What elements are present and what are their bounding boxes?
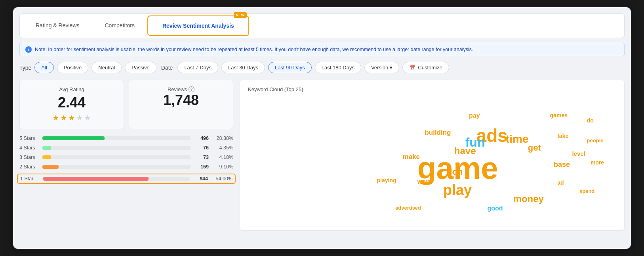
tabs-container: Rating & Reviews Competitors NEW Review … (19, 13, 625, 38)
reviews-value: 1,748 (163, 92, 199, 108)
bar-bg-1 (43, 177, 190, 181)
reviews-label-row: Reviews ? (168, 86, 194, 92)
rating-row-5: 5 Stars 496 28.38% (19, 136, 233, 141)
bar-fill-4 (42, 146, 51, 150)
filter-positive[interactable]: Positive (57, 62, 89, 73)
rating-bars: 5 Stars 496 28.38% 4 Stars 76 4.35% (19, 136, 233, 184)
rating-label-3: 3 Stars (19, 155, 38, 160)
word-pay[interactable]: pay (469, 112, 480, 119)
help-icon[interactable]: ? (189, 86, 194, 92)
avg-rating-label: Avg Rating (59, 86, 84, 92)
word-good[interactable]: good (488, 205, 503, 212)
main-container: Rating & Reviews Competitors NEW Review … (13, 7, 631, 249)
tab-active-wrapper: NEW Review Sentiment Analysis (147, 15, 249, 36)
filter-customize[interactable]: 📅 Customize (402, 62, 449, 73)
word-do[interactable]: do (587, 117, 594, 124)
filter-row: Type All Positive Neutral Passive Date L… (19, 62, 625, 73)
bar-bg-4 (42, 146, 191, 150)
word-playing[interactable]: playing (377, 177, 396, 183)
main-content: Avg Rating 2.44 ★ ★ ★ ★ ★ Reviews ? (19, 80, 625, 231)
word-fake[interactable]: fake (557, 133, 568, 139)
word-have[interactable]: have (454, 145, 476, 157)
word-games[interactable]: games (550, 112, 568, 118)
star-5: ★ (84, 113, 91, 122)
reviews-label: Reviews (168, 86, 187, 92)
info-bar: i Note: In order for sentiment analysis … (19, 43, 625, 56)
word-spend[interactable]: spend (579, 188, 594, 194)
bar-fill-5 (42, 136, 105, 140)
chevron-down-icon: ▾ (390, 65, 392, 71)
star-1: ★ (52, 113, 59, 122)
word-more[interactable]: more (591, 159, 604, 166)
bar-pct-2: 9.10% (213, 164, 233, 170)
word-level[interactable]: level (572, 150, 585, 157)
bar-count-1: 944 (194, 176, 208, 181)
date-label: Date (161, 65, 173, 71)
word-base[interactable]: base (554, 160, 570, 169)
tab-rating-reviews[interactable]: Rating & Reviews (23, 17, 92, 35)
rating-row-1: 1 Star 944 54.00% (17, 174, 236, 184)
bar-fill-1 (43, 177, 149, 181)
word-building[interactable]: building (425, 129, 451, 137)
bar-pct-1: 54.00% (212, 176, 232, 181)
filter-passive[interactable]: Passive (125, 62, 156, 73)
rating-row-4: 4 Stars 76 4.35% (19, 145, 233, 151)
word-ad[interactable]: ad (557, 180, 564, 186)
info-text: Note: In order for sentiment analysis is… (35, 47, 473, 52)
keyword-cloud-title: Keyword Cloud (Top 25) (248, 86, 616, 92)
word-money[interactable]: money (513, 193, 544, 204)
word-want[interactable]: want (417, 178, 432, 185)
filter-neutral[interactable]: Neutral (91, 62, 122, 73)
bar-pct-3: 4.18% (213, 155, 233, 160)
filter-version[interactable]: Version ▾ (364, 62, 399, 73)
type-label: Type (19, 65, 31, 71)
word-get[interactable]: get (528, 143, 541, 153)
bar-count-3: 73 (194, 155, 209, 160)
bar-count-2: 159 (194, 164, 209, 170)
avg-rating-value: 2.44 (58, 95, 86, 111)
filter-last90[interactable]: Last 90 Days (268, 62, 312, 73)
bar-pct-5: 28.38% (213, 136, 233, 141)
left-panel: Avg Rating 2.44 ★ ★ ★ ★ ★ Reviews ? (19, 80, 233, 231)
bar-count-4: 76 (194, 145, 209, 151)
reviews-card: Reviews ? 1,748 (129, 80, 233, 129)
star-3: ★ (68, 113, 75, 122)
star-2: ★ (60, 113, 67, 122)
avg-rating-card: Avg Rating 2.44 ★ ★ ★ ★ ★ (19, 80, 124, 129)
bar-count-5: 496 (194, 136, 209, 141)
word-play[interactable]: play (443, 182, 472, 199)
calendar-icon: 📅 (409, 65, 415, 71)
filter-all[interactable]: All (34, 62, 53, 73)
rating-row-3: 3 Stars 73 4.18% (19, 155, 233, 160)
bar-pct-4: 4.35% (213, 145, 233, 151)
stats-cards: Avg Rating 2.44 ★ ★ ★ ★ ★ Reviews ? (19, 80, 233, 129)
word-time[interactable]: time (506, 133, 529, 145)
word-cloud: game ads play fun time money have don ge… (248, 97, 616, 224)
bar-bg-2 (42, 165, 191, 169)
filter-last180[interactable]: Last 180 Days (315, 62, 361, 73)
bar-fill-2 (42, 165, 59, 169)
filter-last30[interactable]: Last 30 Days (221, 62, 265, 73)
rating-label-1: 1 Star (20, 176, 39, 181)
rating-label-5: 5 Stars (19, 136, 38, 141)
bar-fill-3 (42, 155, 51, 159)
new-badge: NEW (234, 12, 247, 18)
word-advertised[interactable]: advertised (395, 205, 421, 211)
star-4: ★ (76, 113, 83, 122)
tab-review-sentiment[interactable]: Review Sentiment Analysis (150, 17, 247, 34)
filter-last7[interactable]: Last 7 Days (177, 62, 218, 73)
rating-label-2: 2 Stars (19, 164, 38, 170)
word-people[interactable]: people (587, 138, 604, 143)
tab-competitors[interactable]: Competitors (92, 17, 147, 35)
word-make[interactable]: make (403, 153, 420, 161)
bar-bg-3 (42, 155, 191, 159)
info-icon: i (25, 46, 32, 53)
stars-row: ★ ★ ★ ★ ★ (52, 113, 91, 122)
right-panel: Keyword Cloud (Top 25) game ads play fun… (240, 80, 625, 231)
word-don[interactable]: don (447, 167, 463, 177)
bar-bg-5 (42, 136, 191, 140)
rating-row-2: 2 Stars 159 9.10% (19, 164, 233, 170)
rating-label-4: 4 Stars (19, 145, 38, 151)
